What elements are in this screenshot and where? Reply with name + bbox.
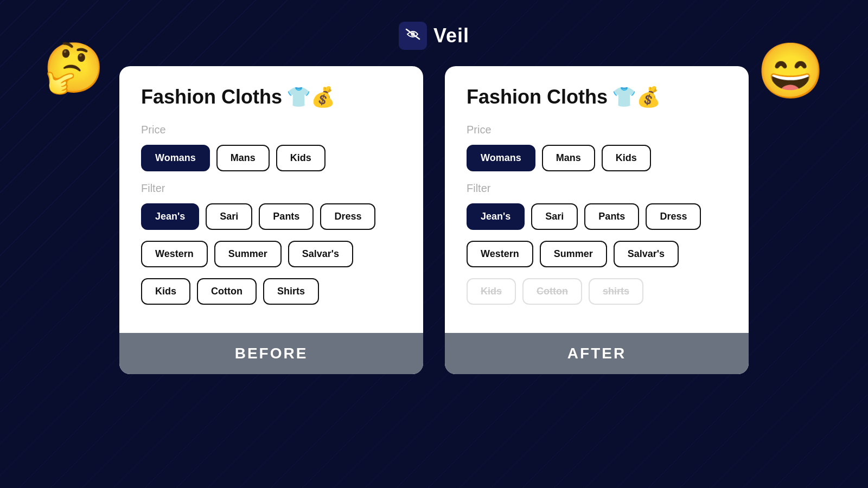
after-filter-row3: Kids Cotton shirts	[467, 278, 727, 305]
after-filter-jeans[interactable]: Jean's	[467, 203, 525, 230]
header: Veil	[0, 0, 868, 50]
before-card-footer: BEFORE	[119, 333, 423, 374]
before-price-btn-mans[interactable]: Mans	[216, 145, 270, 171]
before-price-btn-kids[interactable]: Kids	[276, 145, 326, 171]
before-filter-row1: Jean's Sari Pants Dress	[141, 203, 401, 230]
after-price-group: Womans Mans Kids	[467, 145, 727, 171]
after-price-btn-womans[interactable]: Womans	[467, 145, 535, 171]
before-filter-shirts[interactable]: Shirts	[263, 278, 319, 305]
after-price-label: Price	[467, 124, 727, 136]
after-card-body: Fashion Cloths 👕💰 Price Womans Mans Kids…	[445, 66, 749, 333]
before-card-title: Fashion Cloths 👕💰	[141, 86, 401, 108]
before-card-body: Fashion Cloths 👕💰 Price Womans Mans Kids…	[119, 66, 423, 333]
before-title-text: Fashion Cloths	[141, 86, 282, 108]
before-filter-kids[interactable]: Kids	[141, 278, 190, 305]
before-filter-summer[interactable]: Summer	[214, 241, 282, 267]
after-footer-label: AFTER	[567, 345, 626, 362]
emoji-happy: 😄	[757, 43, 825, 98]
after-title-emoji: 👕💰	[612, 86, 661, 108]
before-title-emoji: 👕💰	[286, 86, 335, 108]
after-price-btn-kids[interactable]: Kids	[602, 145, 651, 171]
before-filter-row2: Western Summer Salvar's	[141, 241, 401, 267]
main-content: Fashion Cloths 👕💰 Price Womans Mans Kids…	[0, 50, 868, 374]
after-card-footer: AFTER	[445, 333, 749, 374]
after-filter-shirts: shirts	[589, 278, 643, 305]
after-filter-dress[interactable]: Dress	[646, 203, 701, 230]
after-card-title: Fashion Cloths 👕💰	[467, 86, 727, 108]
before-filter-jeans[interactable]: Jean's	[141, 203, 199, 230]
after-filter-row1: Jean's Sari Pants Dress	[467, 203, 727, 230]
after-filter-kids: Kids	[467, 278, 516, 305]
before-card: Fashion Cloths 👕💰 Price Womans Mans Kids…	[119, 66, 423, 374]
after-filter-pants[interactable]: Pants	[584, 203, 639, 230]
before-filter-sari[interactable]: Sari	[206, 203, 252, 230]
before-price-label: Price	[141, 124, 401, 136]
after-filter-sari[interactable]: Sari	[531, 203, 578, 230]
before-price-btn-womans[interactable]: Womans	[141, 145, 210, 171]
before-filter-row3: Kids Cotton Shirts	[141, 278, 401, 305]
after-price-btn-mans[interactable]: Mans	[542, 145, 595, 171]
after-card: Fashion Cloths 👕💰 Price Womans Mans Kids…	[445, 66, 749, 374]
before-filter-dress[interactable]: Dress	[320, 203, 375, 230]
after-title-text: Fashion Cloths	[467, 86, 608, 108]
logo-icon	[405, 28, 421, 44]
logo-box	[399, 22, 427, 50]
before-filter-pants[interactable]: Pants	[259, 203, 314, 230]
before-filter-western[interactable]: Western	[141, 241, 208, 267]
emoji-thinking: 🤔	[43, 43, 104, 92]
brand-name: Veil	[433, 24, 469, 47]
after-filter-cotton: Cotton	[522, 278, 582, 305]
after-filter-row2: Western Summer Salvar's	[467, 241, 727, 267]
before-filter-salvars[interactable]: Salvar's	[288, 241, 353, 267]
before-footer-label: BEFORE	[235, 345, 308, 362]
before-filter-cotton[interactable]: Cotton	[197, 278, 257, 305]
after-filter-western[interactable]: Western	[467, 241, 533, 267]
before-price-group: Womans Mans Kids	[141, 145, 401, 171]
after-filter-label: Filter	[467, 182, 727, 195]
after-filter-salvars[interactable]: Salvar's	[614, 241, 679, 267]
before-filter-label: Filter	[141, 182, 401, 195]
after-filter-summer[interactable]: Summer	[540, 241, 607, 267]
